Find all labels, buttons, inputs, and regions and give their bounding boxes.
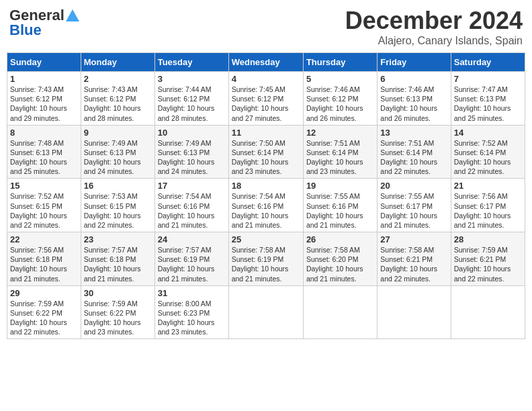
calendar-cell: 7 Sunrise: 7:47 AMSunset: 6:13 PMDayligh… [451,72,525,126]
logo-blue: Blue [9,21,42,39]
calendar-table: SundayMondayTuesdayWednesdayThursdayFrid… [7,52,525,339]
day-number: 10 [158,128,226,138]
logo: General Blue [9,7,79,39]
day-number: 25 [232,234,300,244]
day-number: 7 [454,74,522,84]
calendar-cell: 21 Sunrise: 7:56 AMSunset: 6:17 PMDaylig… [451,179,525,232]
calendar-header-wednesday: Wednesday [228,53,303,72]
calendar-cell: 25 Sunrise: 7:58 AMSunset: 6:19 PMDaylig… [228,232,303,286]
day-number: 8 [10,128,78,138]
day-info: Sunrise: 7:49 AMSunset: 6:13 PMDaylight:… [84,138,152,177]
calendar-cell: 1 Sunrise: 7:43 AMSunset: 6:12 PMDayligh… [7,72,81,126]
calendar-cell: 4 Sunrise: 7:45 AMSunset: 6:12 PMDayligh… [228,72,303,126]
day-info: Sunrise: 7:53 AMSunset: 6:15 PMDaylight:… [84,191,152,230]
day-info: Sunrise: 7:55 AMSunset: 6:16 PMDaylight:… [306,191,374,230]
calendar-week-row: 8 Sunrise: 7:48 AMSunset: 6:13 PMDayligh… [7,125,525,179]
calendar-body: 1 Sunrise: 7:43 AMSunset: 6:12 PMDayligh… [7,72,525,339]
day-number: 9 [84,128,152,138]
logo-arrow-icon [66,9,79,21]
calendar-cell [378,285,451,339]
day-number: 18 [232,181,300,191]
day-number: 6 [380,74,447,84]
day-info: Sunrise: 8:00 AMSunset: 6:23 PMDaylight:… [158,299,226,337]
day-info: Sunrise: 7:46 AMSunset: 6:12 PMDaylight:… [306,85,374,123]
day-info: Sunrise: 7:59 AMSunset: 6:22 PMDaylight:… [84,299,152,337]
day-info: Sunrise: 7:57 AMSunset: 6:19 PMDaylight:… [158,245,226,283]
day-number: 4 [232,74,300,84]
calendar-cell: 19 Sunrise: 7:55 AMSunset: 6:16 PMDaylig… [303,179,377,232]
calendar-cell: 30 Sunrise: 7:59 AMSunset: 6:22 PMDaylig… [81,285,154,339]
day-info: Sunrise: 7:43 AMSunset: 6:12 PMDaylight:… [84,85,152,123]
calendar-cell: 13 Sunrise: 7:51 AMSunset: 6:14 PMDaylig… [378,125,451,179]
day-number: 23 [84,234,152,244]
day-number: 27 [380,234,447,244]
day-info: Sunrise: 7:59 AMSunset: 6:22 PMDaylight:… [10,299,78,337]
day-number: 15 [10,181,78,191]
day-number: 24 [158,234,226,244]
day-number: 20 [380,181,447,191]
calendar-header-saturday: Saturday [451,53,525,72]
calendar-cell [451,285,525,339]
day-number: 1 [10,74,78,84]
day-info: Sunrise: 7:57 AMSunset: 6:18 PMDaylight:… [84,245,152,283]
day-info: Sunrise: 7:58 AMSunset: 6:19 PMDaylight:… [232,245,300,283]
calendar-week-row: 29 Sunrise: 7:59 AMSunset: 6:22 PMDaylig… [7,285,525,339]
calendar-header-sunday: Sunday [7,53,81,72]
day-number: 13 [380,128,447,138]
calendar-cell: 16 Sunrise: 7:53 AMSunset: 6:15 PMDaylig… [81,179,154,232]
calendar-cell: 31 Sunrise: 8:00 AMSunset: 6:23 PMDaylig… [154,285,228,339]
day-number: 14 [454,128,522,138]
day-number: 28 [454,234,522,244]
day-info: Sunrise: 7:43 AMSunset: 6:12 PMDaylight:… [10,85,78,123]
day-number: 11 [232,128,300,138]
calendar-cell [228,285,303,339]
day-info: Sunrise: 7:56 AMSunset: 6:18 PMDaylight:… [10,245,78,283]
calendar-cell: 5 Sunrise: 7:46 AMSunset: 6:12 PMDayligh… [303,72,377,126]
day-number: 2 [84,74,152,84]
day-info: Sunrise: 7:45 AMSunset: 6:12 PMDaylight:… [232,85,300,123]
day-info: Sunrise: 7:58 AMSunset: 6:21 PMDaylight:… [380,245,447,283]
day-info: Sunrise: 7:48 AMSunset: 6:13 PMDaylight:… [10,138,78,177]
calendar-header-tuesday: Tuesday [154,53,228,72]
day-info: Sunrise: 7:44 AMSunset: 6:12 PMDaylight:… [158,85,226,123]
day-info: Sunrise: 7:47 AMSunset: 6:13 PMDaylight:… [454,85,522,123]
calendar-cell: 23 Sunrise: 7:57 AMSunset: 6:18 PMDaylig… [81,232,154,286]
day-number: 16 [84,181,152,191]
calendar-header-friday: Friday [378,53,451,72]
day-info: Sunrise: 7:55 AMSunset: 6:17 PMDaylight:… [380,191,447,230]
calendar-cell: 6 Sunrise: 7:46 AMSunset: 6:13 PMDayligh… [378,72,451,126]
day-number: 19 [306,181,374,191]
calendar-cell: 3 Sunrise: 7:44 AMSunset: 6:12 PMDayligh… [154,72,228,126]
calendar-cell: 8 Sunrise: 7:48 AMSunset: 6:13 PMDayligh… [7,125,81,179]
day-info: Sunrise: 7:58 AMSunset: 6:20 PMDaylight:… [306,245,374,283]
calendar-cell: 20 Sunrise: 7:55 AMSunset: 6:17 PMDaylig… [378,179,451,232]
calendar-header-row: SundayMondayTuesdayWednesdayThursdayFrid… [7,53,525,72]
day-info: Sunrise: 7:56 AMSunset: 6:17 PMDaylight:… [454,191,522,230]
calendar-header-monday: Monday [81,53,154,72]
day-number: 29 [10,288,78,298]
day-info: Sunrise: 7:54 AMSunset: 6:16 PMDaylight:… [232,191,300,230]
day-number: 26 [306,234,374,244]
calendar-cell: 29 Sunrise: 7:59 AMSunset: 6:22 PMDaylig… [7,285,81,339]
day-info: Sunrise: 7:59 AMSunset: 6:21 PMDaylight:… [454,245,522,283]
calendar-week-row: 1 Sunrise: 7:43 AMSunset: 6:12 PMDayligh… [7,72,525,126]
day-number: 17 [158,181,226,191]
page-subtitle: Alajero, Canary Islands, Spain [345,35,523,47]
day-info: Sunrise: 7:52 AMSunset: 6:15 PMDaylight:… [10,191,78,230]
calendar-week-row: 22 Sunrise: 7:56 AMSunset: 6:18 PMDaylig… [7,232,525,286]
day-info: Sunrise: 7:49 AMSunset: 6:13 PMDaylight:… [158,138,226,177]
calendar-cell: 27 Sunrise: 7:58 AMSunset: 6:21 PMDaylig… [378,232,451,286]
day-number: 12 [306,128,374,138]
day-info: Sunrise: 7:51 AMSunset: 6:14 PMDaylight:… [380,138,447,177]
calendar-week-row: 15 Sunrise: 7:52 AMSunset: 6:15 PMDaylig… [7,179,525,232]
day-info: Sunrise: 7:52 AMSunset: 6:14 PMDaylight:… [454,138,522,177]
calendar-cell: 14 Sunrise: 7:52 AMSunset: 6:14 PMDaylig… [451,125,525,179]
calendar-cell: 2 Sunrise: 7:43 AMSunset: 6:12 PMDayligh… [81,72,154,126]
calendar-cell: 10 Sunrise: 7:49 AMSunset: 6:13 PMDaylig… [154,125,228,179]
title-area: December 2024 Alajero, Canary Islands, S… [345,7,523,47]
calendar-cell: 18 Sunrise: 7:54 AMSunset: 6:16 PMDaylig… [228,179,303,232]
day-info: Sunrise: 7:51 AMSunset: 6:14 PMDaylight:… [306,138,374,177]
calendar-cell [303,285,377,339]
calendar-cell: 22 Sunrise: 7:56 AMSunset: 6:18 PMDaylig… [7,232,81,286]
calendar-cell: 17 Sunrise: 7:54 AMSunset: 6:16 PMDaylig… [154,179,228,232]
